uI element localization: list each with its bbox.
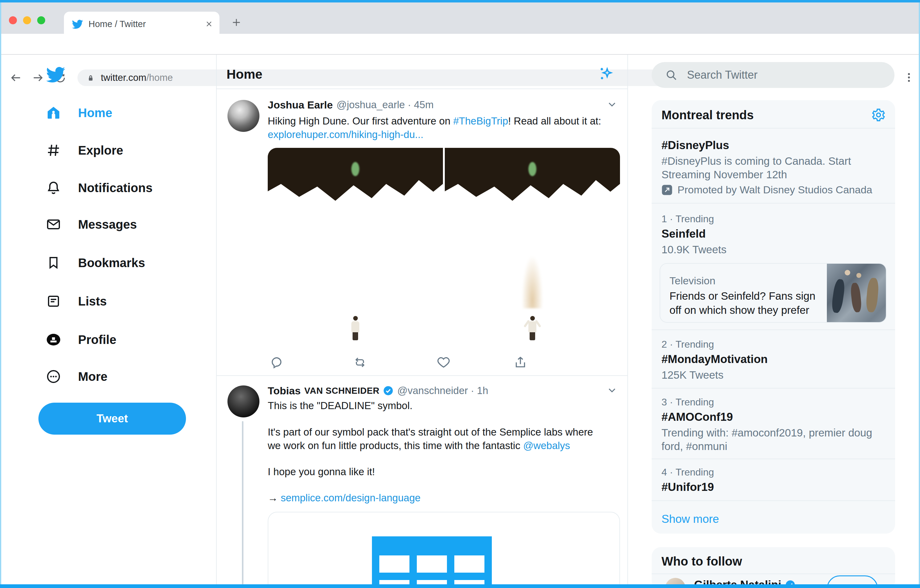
deadline-symbol [372,536,492,587]
browser-menu-icon[interactable] [903,71,915,84]
timeline-sparkle-icon[interactable] [598,66,614,82]
url-path: /home [146,72,173,83]
window-close-button[interactable] [9,16,17,24]
search-icon [665,69,677,81]
tweet-author-meta: @vanschneider · 1h [397,385,488,397]
who-to-follow-title: Who to follow [661,554,742,569]
tweet-text-line: This is the "DEADLINE" symbol. [268,399,413,413]
sidebar-item-notifications[interactable]: Notifications [46,178,152,197]
trend-tag[interactable]: #AMOConf19 [661,411,733,424]
page-title: Home [227,67,262,82]
list-icon [46,294,61,309]
promoted-trend-desc: Streaming November 12th [661,168,787,181]
mention-link[interactable]: @webalys [523,440,570,451]
arrow-glyph: → [268,492,278,504]
trend-rank: 4 · Trending [661,467,714,478]
who-to-follow-divider [652,573,895,574]
hashtag-link[interactable]: #TheBigTrip [453,115,508,126]
trend-meta: 125K Tweets [661,368,724,382]
tab-close-icon[interactable] [205,19,213,28]
trends-divider [652,458,895,459]
watermark-logo: H [276,317,292,334]
reply-icon[interactable] [270,355,284,369]
trends-divider [652,128,895,128]
news-thumbnail[interactable] [827,264,886,322]
dune-photo-right[interactable]: H © HUPER LTD [445,148,620,342]
tweet-link-line: → semplice.com/design-language [268,491,421,505]
header-divider [217,89,627,89]
sidebar-item-label: Notifications [78,181,152,195]
tweet-text-line1: Hiking High Dune. Our first adventure on… [268,114,601,128]
frame-top-border [0,0,920,2]
window-minimize-button[interactable] [23,16,31,24]
promoted-trend-tag[interactable]: #DisneyPlus [661,139,729,152]
promoted-by-label: Promoted by Walt Disney Studios Canada [677,184,872,196]
trend-tag[interactable]: #MondayMotivation [661,353,768,366]
sidebar-item-home[interactable]: Home [46,104,112,122]
sidebar-item-lists[interactable]: Lists [46,292,107,311]
home-icon [46,105,61,120]
tweet-author-name[interactable]: Joshua Earle [268,99,333,111]
trend-tag[interactable]: #Unifor19 [661,481,714,494]
forward-icon[interactable] [32,71,44,84]
sidebar-item-bookmarks[interactable]: Bookmarks [46,254,145,272]
trend-meta: ford, #onmuni [661,439,727,453]
twitter-logo[interactable] [46,65,65,84]
tweet-link[interactable]: explorehuper.com/hiking-high-du... [268,128,423,141]
chevron-down-icon[interactable] [606,98,618,110]
sidebar-item-label: Bookmarks [78,256,145,270]
retweet-icon[interactable] [353,355,367,369]
bell-icon [46,180,61,195]
tweet-photo-grid[interactable]: H © HUPER LTD H © HUPER LTD [268,148,620,342]
trend-tag[interactable]: Seinfeld [661,227,706,240]
search-input[interactable] [687,67,878,83]
trends-divider [652,388,895,389]
sidebar-item-explore[interactable]: Explore [46,141,123,160]
frame-bottom-border [0,584,920,588]
envelope-icon [46,217,61,232]
gear-icon[interactable] [871,108,886,122]
url-host: twitter.com [101,72,146,83]
avatar[interactable] [227,386,259,418]
sidebar-item-profile[interactable]: Profile [46,330,116,349]
tweet-link-card[interactable] [268,512,620,587]
chevron-down-icon[interactable] [606,384,618,396]
sidebar-item-messages[interactable]: Messages [46,215,137,233]
show-more-link[interactable]: Show more [661,513,719,526]
tab-title: Home / Twitter [89,19,146,29]
browser-address-bar: twitter.com/home [0,34,920,54]
tweet-button[interactable]: Tweet [39,403,186,435]
watermark-logo: H [453,317,470,334]
share-icon[interactable] [513,355,528,369]
tweet-text-line: It's part of our symbol pack that's stra… [268,425,593,439]
tweet-author-name[interactable]: Tobias [268,385,301,397]
back-icon[interactable] [10,71,22,84]
main-rail-divider [627,55,628,588]
sidebar-item-more[interactable]: More [46,367,108,386]
sidebar-item-label: Explore [78,144,123,157]
like-icon[interactable] [436,355,450,369]
trend-rank: 2 · Trending [661,339,714,350]
bookmark-icon [46,256,61,270]
trend-meta: 10.9K Tweets [661,243,726,256]
tweet-divider [217,375,627,376]
avatar[interactable] [227,100,259,132]
dune-photo-left[interactable]: H © HUPER LTD [268,148,443,342]
tweet-author-meta: @joshua_earle · 45m [337,99,434,111]
trends-divider [652,329,895,330]
sidebar-item-label: Home [78,106,112,120]
tweet-author-name-caps[interactable]: VAN SCHNEIDER [304,386,379,396]
profile-avatar-icon [46,332,61,347]
twitter-favicon [72,19,83,30]
tweet-text-line: we work on fun little products, this tim… [268,439,570,452]
window-zoom-button[interactable] [37,16,45,24]
tweet-link[interactable]: semplice.com/design-language [281,492,421,504]
browser-tab[interactable]: Home / Twitter [64,12,219,36]
promoted-arrow-icon [661,185,672,196]
trend-meta: Trending with: #amoconf2019, premier dou… [661,426,872,439]
sidebar-item-label: Lists [78,295,107,308]
watermark-credit: © HUPER LTD [570,324,613,331]
trends-title: Montreal trends [661,108,754,122]
sidebar-main-divider [216,55,217,588]
new-tab-button[interactable] [231,17,241,28]
